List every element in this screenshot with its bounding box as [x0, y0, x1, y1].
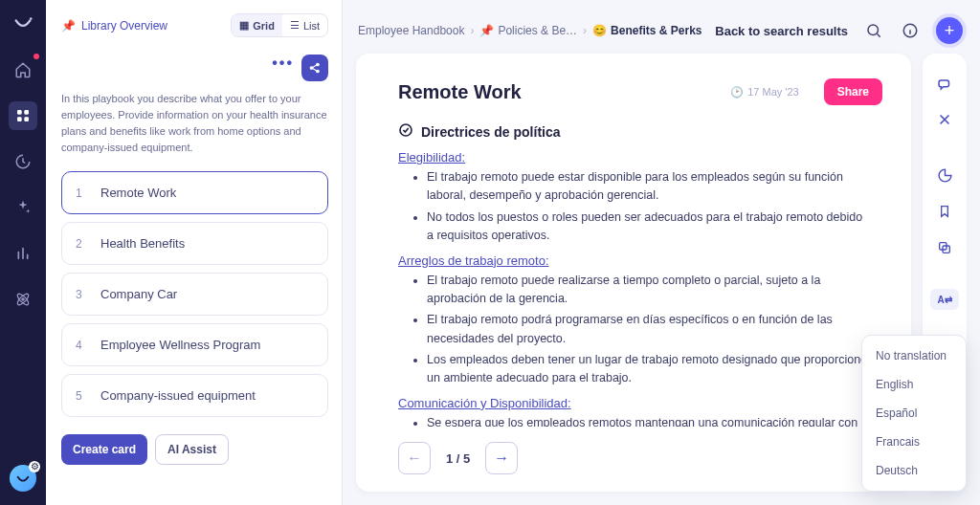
list-icon: ☰ [290, 19, 300, 32]
crumb-benefits: 😊Benefits & Perks [592, 24, 702, 37]
chevron-right-icon: › [470, 24, 474, 37]
pin-icon: 📌 [479, 24, 494, 37]
svg-rect-1 [17, 110, 22, 115]
chevron-right-icon: › [583, 24, 587, 37]
lang-option-francais[interactable]: Francais [862, 428, 966, 456]
pager-next-button[interactable]: → [485, 442, 518, 474]
crumb-handbook[interactable]: Employee Handbook [358, 24, 464, 37]
doc-date: 🕑 17 May '23 [730, 86, 798, 99]
subhead-communication: Comunicación y Disponibilidad: [398, 396, 869, 410]
card-company-car[interactable]: 3 Company Car [61, 273, 328, 316]
user-avatar-settings[interactable] [10, 465, 36, 492]
lang-option-english[interactable]: English [862, 370, 966, 399]
info-icon[interactable] [900, 20, 921, 41]
view-toggle: ▦ Grid ☰ List [231, 13, 328, 37]
view-list-button[interactable]: ☰ List [282, 14, 327, 36]
pie-chart-icon[interactable] [930, 161, 959, 189]
add-button[interactable]: + [936, 17, 963, 44]
pager-prev-button[interactable]: ← [398, 442, 431, 474]
bookmark-icon[interactable] [930, 197, 959, 226]
nav-time-icon[interactable] [9, 147, 37, 176]
card-remote-work[interactable]: 1 Remote Work [61, 171, 328, 214]
playbook-description: In this playbook you describe what you o… [61, 91, 328, 156]
nav-home-icon[interactable] [9, 55, 37, 84]
list-item: El trabajo remoto puede estar disponible… [427, 168, 869, 206]
sidebar-panel: 📌 Library Overview ▦ Grid ☰ List ••• In … [46, 0, 343, 505]
crumb-policies[interactable]: 📌Policies & Be… [479, 24, 577, 37]
card-wellness-program[interactable]: 4 Employee Wellness Program [61, 323, 328, 366]
library-overview-label: Library Overview [81, 19, 167, 33]
language-toggle[interactable]: A⇄ [930, 289, 959, 310]
section-heading: Directrices de política [398, 122, 869, 141]
svg-point-10 [317, 70, 320, 73]
svg-rect-3 [17, 117, 22, 121]
share-network-button[interactable] [301, 55, 328, 81]
list-item: Se espera que los empleados remotos mant… [427, 414, 869, 427]
subhead-eligibility: Elegibilidad: [398, 150, 869, 165]
create-card-button[interactable]: Create card [61, 434, 147, 465]
clock-icon: 🕑 [730, 86, 744, 99]
page-title: Remote Work [398, 81, 522, 103]
svg-rect-4 [24, 117, 29, 121]
lang-option-none[interactable]: No translation [862, 341, 966, 370]
doc-body[interactable]: Directrices de política Elegibilidad: El… [398, 122, 882, 427]
check-circle-icon [398, 122, 413, 141]
card-list: 1 Remote Work 2 Health Benefits 3 Compan… [61, 171, 328, 417]
list-item: No todos los puestos o roles pueden ser … [427, 209, 869, 246]
brand-logo [12, 13, 33, 38]
lang-option-espanol[interactable]: Español [862, 399, 966, 428]
card-health-benefits[interactable]: 2 Health Benefits [61, 222, 328, 265]
subhead-arrangements: Arreglos de trabajo remoto: [398, 253, 869, 268]
more-menu-icon[interactable]: ••• [272, 55, 294, 81]
list-item: Los empleados deben tener un lugar de tr… [427, 351, 869, 388]
pin-icon: 📌 [61, 19, 76, 33]
card-company-equipment[interactable]: 5 Company-issued equipment [61, 374, 328, 417]
back-to-results-link[interactable]: Back to search results [715, 24, 848, 38]
view-grid-button[interactable]: ▦ Grid [232, 14, 282, 36]
grid-icon: ▦ [239, 19, 249, 32]
doc-share-button[interactable]: Share [824, 78, 882, 105]
language-menu: No translation English Español Francais … [861, 335, 967, 492]
svg-point-0 [30, 17, 33, 20]
ai-assist-button[interactable]: AI Assist [155, 434, 229, 465]
close-icon[interactable] [930, 105, 959, 134]
nav-bars-icon[interactable] [9, 239, 37, 268]
nav-sparkle-icon[interactable] [9, 193, 37, 222]
svg-point-7 [22, 298, 24, 300]
document-panel: Remote Work 🕑 17 May '23 Share Directric… [356, 54, 911, 492]
smile-icon: 😊 [592, 24, 607, 37]
pager-count: 1 / 5 [446, 451, 470, 466]
svg-point-9 [317, 63, 320, 66]
copy-icon[interactable] [930, 233, 959, 262]
nav-atom-icon[interactable] [9, 285, 37, 314]
pager: ← 1 / 5 → [398, 432, 882, 474]
breadcrumb: Employee Handbook › 📌Policies & Be… › 😊B… [358, 24, 702, 37]
list-item: El trabajo remoto puede realizarse a tie… [427, 272, 869, 309]
svg-rect-2 [24, 110, 29, 115]
nav-apps-icon[interactable] [9, 101, 37, 130]
svg-point-8 [310, 67, 313, 70]
search-icon[interactable] [863, 20, 884, 41]
lang-option-deutsch[interactable]: Deutsch [862, 456, 966, 485]
svg-point-11 [868, 25, 879, 35]
topbar: Employee Handbook › 📌Policies & Be… › 😊B… [343, 0, 980, 54]
list-item: El trabajo remoto podrá programarse en d… [427, 311, 869, 348]
app-nav-rail [0, 0, 46, 505]
library-overview-link[interactable]: 📌 Library Overview [61, 19, 167, 33]
comments-icon[interactable] [930, 69, 959, 98]
